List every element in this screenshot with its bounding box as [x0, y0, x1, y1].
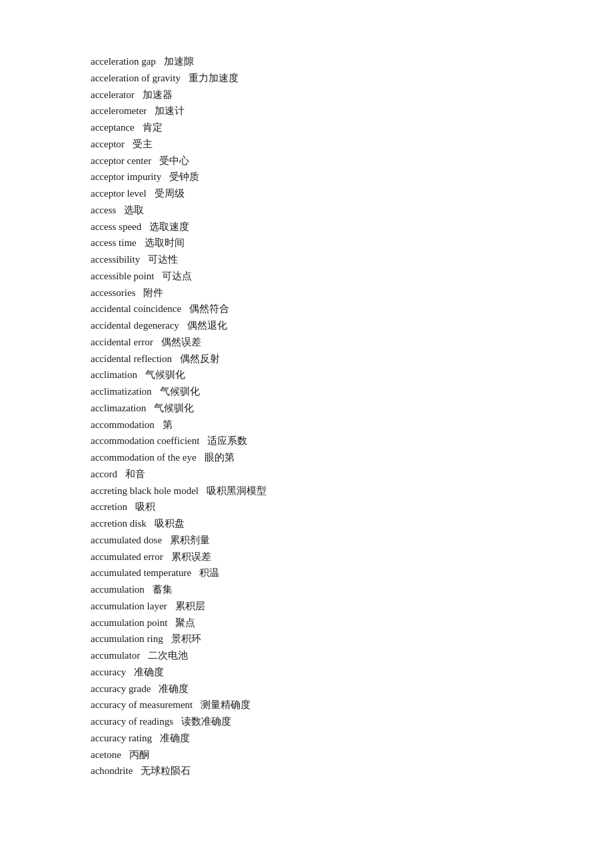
- list-item: accommodation 第: [91, 417, 522, 433]
- list-item: accidental degeneracy 偶然退化: [91, 317, 522, 334]
- list-item: accumulation layer 累积层: [91, 598, 522, 615]
- entry-english: acceptor level: [91, 188, 147, 199]
- list-item: accretion 吸积: [91, 499, 522, 515]
- list-item: acceptor 受主: [91, 136, 522, 153]
- entry-english: accreting black hole model: [91, 485, 199, 496]
- entry-chinese: 偶然误差: [156, 337, 201, 347]
- entry-chinese: 重力加速度: [183, 73, 239, 83]
- entry-chinese: 二次电池: [143, 650, 189, 661]
- entry-english: accommodation: [91, 419, 155, 430]
- entry-chinese: 受中心: [155, 155, 190, 166]
- list-item: acceptance 肯定: [91, 119, 522, 136]
- entry-english: accuracy of measurement: [91, 699, 193, 710]
- entry-chinese: 吸积: [130, 501, 155, 512]
- list-item: accreting black hole model 吸积黑洞模型: [91, 483, 522, 499]
- entry-english: acceptor: [91, 139, 125, 149]
- entry-english: acclimatization: [91, 386, 152, 397]
- list-item: access 选取: [91, 202, 522, 219]
- entry-english: accumulation layer: [91, 601, 167, 611]
- list-item: accumulator 二次电池: [91, 647, 522, 664]
- entry-english: accumulation: [91, 584, 145, 595]
- list-item: accidental error 偶然误差: [91, 334, 522, 351]
- entry-english: acceptance: [91, 122, 135, 133]
- entry-chinese: 第: [157, 419, 173, 430]
- list-item: access time 选取时间: [91, 235, 522, 251]
- entry-chinese: 可达点: [157, 271, 193, 281]
- entry-english: accumulated dose: [91, 535, 162, 545]
- entry-chinese: 适应系数: [203, 435, 248, 446]
- list-item: acceleration gap 加速隙: [91, 53, 522, 70]
- entry-chinese: 吸积盘: [149, 518, 185, 529]
- entry-chinese: 可达性: [143, 254, 179, 265]
- list-item: accuracy of measurement 测量精确度: [91, 697, 522, 713]
- list-item: accumulation point 聚点: [91, 615, 522, 631]
- list-item: accretion disk 吸积盘: [91, 515, 522, 532]
- list-item: accord 和音: [91, 466, 522, 483]
- list-item: accommodation coefficient 适应系数: [91, 433, 522, 449]
- entry-chinese: 聚点: [171, 617, 196, 628]
- list-item: accumulated temperature 积温: [91, 565, 522, 581]
- entry-english: access time: [91, 237, 137, 248]
- entry-chinese: 累积误差: [166, 551, 211, 562]
- entry-english: access: [91, 205, 116, 215]
- entry-english: acclimation: [91, 369, 137, 380]
- dictionary-entries: acceleration gap 加速隙acceleration of grav…: [91, 53, 522, 779]
- list-item: acceptor level 受周级: [91, 185, 522, 202]
- entry-english: accommodation of the eye: [91, 452, 197, 463]
- list-item: access speed 选取速度: [91, 219, 522, 235]
- entry-chinese: 准确度: [154, 683, 189, 694]
- list-item: accessible point 可达点: [91, 268, 522, 285]
- entry-chinese: 积温: [195, 567, 220, 578]
- list-item: acceleration of gravity 重力加速度: [91, 70, 522, 87]
- entry-chinese: 景积环: [166, 633, 201, 644]
- list-item: accuracy 准确度: [91, 664, 522, 681]
- entry-english: accelerator: [91, 89, 135, 100]
- entry-chinese: 和音: [120, 469, 145, 479]
- entry-chinese: 读数准确度: [177, 716, 232, 727]
- entry-english: accidental error: [91, 337, 153, 347]
- entry-english: achondrite: [91, 765, 133, 776]
- list-item: acclimatization 气候驯化: [91, 383, 522, 400]
- list-item: accelerator 加速器: [91, 87, 522, 103]
- entry-chinese: 加速计: [150, 105, 185, 116]
- entry-chinese: 偶然退化: [182, 320, 227, 331]
- list-item: acclimation 气候驯化: [91, 367, 522, 383]
- list-item: accidental reflection 偶然反射: [91, 351, 522, 367]
- entry-chinese: 眼的第: [199, 452, 235, 463]
- entry-english: acceptor impurity: [91, 171, 161, 182]
- entry-chinese: 气候驯化: [155, 386, 200, 397]
- entry-english: accord: [91, 469, 117, 479]
- list-item: accumulated dose 累积剂量: [91, 532, 522, 549]
- entry-english: accretion disk: [91, 518, 147, 529]
- list-item: accuracy grade 准确度: [91, 681, 522, 697]
- entry-english: accumulation point: [91, 617, 167, 628]
- entry-english: accretion: [91, 501, 127, 512]
- list-item: accessibility 可达性: [91, 251, 522, 268]
- list-item: acclimazation 气候驯化: [91, 400, 522, 417]
- entry-english: accuracy rating: [91, 733, 152, 743]
- list-item: accidental coincidence 偶然符合: [91, 301, 522, 317]
- entry-chinese: 选取时间: [139, 237, 185, 248]
- list-item: acceptor impurity 受钟质: [91, 169, 522, 185]
- entry-chinese: 累积层: [170, 601, 205, 611]
- entry-english: accidental coincidence: [91, 303, 181, 314]
- entry-english: access speed: [91, 221, 141, 232]
- entry-english: accumulation ring: [91, 633, 163, 644]
- entry-english: accuracy: [91, 667, 126, 677]
- list-item: accumulation ring 景积环: [91, 631, 522, 647]
- entry-chinese: 选取速度: [145, 221, 190, 232]
- entry-english: accelerometer: [91, 105, 147, 116]
- entry-chinese: 气候驯化: [149, 403, 195, 413]
- entry-english: accuracy grade: [91, 683, 151, 694]
- entry-chinese: 测量精确度: [196, 699, 251, 710]
- entry-english: acceleration of gravity: [91, 73, 181, 83]
- list-item: acceptor center 受中心: [91, 153, 522, 169]
- entry-chinese: 受周级: [149, 188, 185, 199]
- entry-chinese: 气候驯化: [140, 369, 185, 380]
- entry-english: acetone: [91, 749, 121, 760]
- entry-chinese: 受主: [127, 139, 153, 149]
- entry-english: accumulated error: [91, 551, 163, 562]
- entry-english: acceptor center: [91, 155, 151, 166]
- list-item: accelerometer 加速计: [91, 103, 522, 119]
- entry-english: acceleration gap: [91, 56, 156, 67]
